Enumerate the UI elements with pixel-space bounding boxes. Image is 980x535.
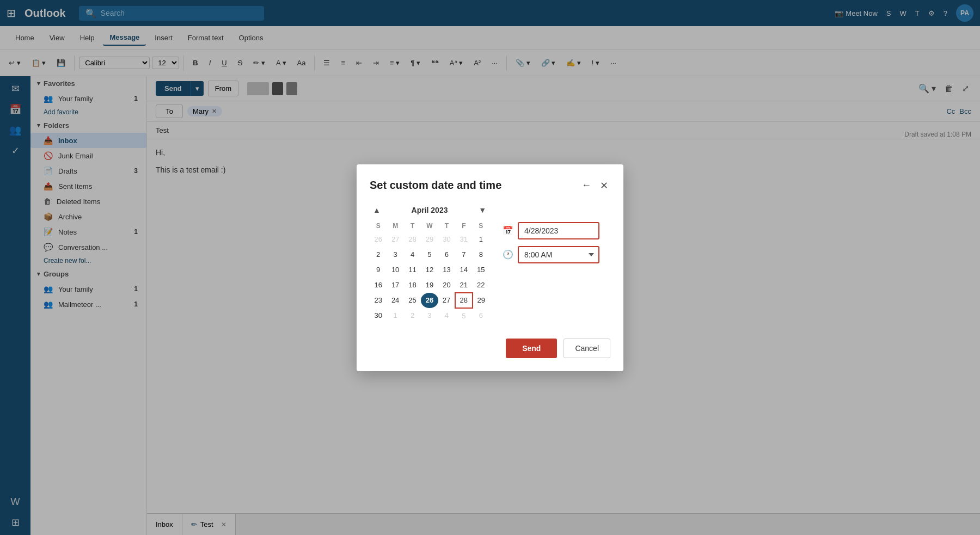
calendar-day-1-5[interactable]: 7 <box>455 247 472 262</box>
calendar-day-4-4[interactable]: 27 <box>438 293 455 308</box>
modal-title: Set custom date and time <box>370 179 501 192</box>
calendar-day-4-3[interactable]: 26 <box>421 293 438 308</box>
date-input-row: 📅 <box>503 222 610 239</box>
modal-header: Set custom date and time ← ✕ <box>370 177 610 194</box>
calendar-day-0-4[interactable]: 30 <box>438 232 455 247</box>
datetime-inputs: 📅 🕐 8:00 AM 8:30 AM 9:00 AM 9:30 AM 10:0… <box>503 205 610 323</box>
calendar-day-2-1[interactable]: 10 <box>387 262 403 278</box>
calendar: ▲ April 2023 ▼ S M T W T F S <box>370 205 489 323</box>
calendar-day-0-1[interactable]: 27 <box>387 232 403 247</box>
modal-header-buttons: ← ✕ <box>579 177 610 194</box>
calendar-day-5-4[interactable]: 4 <box>438 308 455 323</box>
calendar-day-1-6[interactable]: 8 <box>473 247 489 262</box>
weekday-wed: W <box>421 220 438 232</box>
prev-month-button[interactable]: ▲ <box>370 205 384 216</box>
weekday-mon: M <box>387 220 403 232</box>
modal-cancel-button[interactable]: Cancel <box>564 339 610 358</box>
next-month-button[interactable]: ▼ <box>475 205 489 216</box>
modal-back-button[interactable]: ← <box>579 177 593 193</box>
time-input-row: 🕐 8:00 AM 8:30 AM 9:00 AM 9:30 AM 10:00 … <box>503 246 610 263</box>
calendar-day-2-2[interactable]: 11 <box>404 262 421 278</box>
weekday-thu: T <box>438 220 455 232</box>
calendar-day-5-6[interactable]: 6 <box>473 308 489 323</box>
calendar-day-3-2[interactable]: 18 <box>404 278 421 293</box>
month-label: April 2023 <box>412 206 448 214</box>
calendar-header: ▲ April 2023 ▼ <box>370 205 489 216</box>
time-select[interactable]: 8:00 AM 8:30 AM 9:00 AM 9:30 AM 10:00 AM <box>518 246 599 263</box>
calendar-day-3-5[interactable]: 21 <box>455 278 472 293</box>
weekday-sat: S <box>473 220 489 232</box>
calendar-day-1-4[interactable]: 6 <box>438 247 455 262</box>
calendar-day-5-0[interactable]: 30 <box>370 308 387 323</box>
calendar-day-2-5[interactable]: 14 <box>455 262 472 278</box>
calendar-day-0-6[interactable]: 1 <box>473 232 489 247</box>
modal-footer: Send Cancel <box>370 339 610 358</box>
calendar-day-5-5[interactable]: 5 <box>455 308 472 323</box>
calendar-day-2-6[interactable]: 15 <box>473 262 489 278</box>
calendar-day-1-3[interactable]: 5 <box>421 247 438 262</box>
modal-send-button[interactable]: Send <box>506 339 557 358</box>
calendar-day-4-6[interactable]: 29 <box>473 293 489 308</box>
calendar-day-2-4[interactable]: 13 <box>438 262 455 278</box>
calendar-day-2-0[interactable]: 9 <box>370 262 387 278</box>
calendar-day-1-2[interactable]: 4 <box>404 247 421 262</box>
modal-close-button[interactable]: ✕ <box>598 177 610 194</box>
calendar-day-5-2[interactable]: 2 <box>404 308 421 323</box>
calendar-icon: 📅 <box>503 225 513 236</box>
calendar-day-5-1[interactable]: 1 <box>387 308 403 323</box>
calendar-day-1-1[interactable]: 3 <box>387 247 403 262</box>
clock-icon: 🕐 <box>503 249 513 260</box>
set-custom-date-modal: Set custom date and time ← ✕ ▲ April 202… <box>357 164 623 371</box>
calendar-grid: S M T W T F S 26272829303112345678910111… <box>370 220 489 323</box>
weekday-sun: S <box>370 220 387 232</box>
calendar-day-4-1[interactable]: 24 <box>387 293 403 308</box>
modal-overlay: Set custom date and time ← ✕ ▲ April 202… <box>0 0 980 535</box>
weekday-tue: T <box>404 220 421 232</box>
calendar-day-3-4[interactable]: 20 <box>438 278 455 293</box>
calendar-day-4-2[interactable]: 25 <box>404 293 421 308</box>
calendar-day-3-3[interactable]: 19 <box>421 278 438 293</box>
modal-body: ▲ April 2023 ▼ S M T W T F S <box>370 205 610 323</box>
calendar-day-0-2[interactable]: 28 <box>404 232 421 247</box>
calendar-day-0-0[interactable]: 26 <box>370 232 387 247</box>
calendar-day-5-3[interactable]: 3 <box>421 308 438 323</box>
calendar-day-1-0[interactable]: 2 <box>370 247 387 262</box>
calendar-day-4-5[interactable]: 28 <box>455 293 472 308</box>
calendar-day-3-1[interactable]: 17 <box>387 278 403 293</box>
calendar-day-3-0[interactable]: 16 <box>370 278 387 293</box>
date-input[interactable] <box>518 222 599 239</box>
calendar-day-2-3[interactable]: 12 <box>421 262 438 278</box>
calendar-day-0-3[interactable]: 29 <box>421 232 438 247</box>
calendar-day-4-0[interactable]: 23 <box>370 293 387 308</box>
weekday-fri: F <box>455 220 472 232</box>
calendar-day-0-5[interactable]: 31 <box>455 232 472 247</box>
calendar-day-3-6[interactable]: 22 <box>473 278 489 293</box>
